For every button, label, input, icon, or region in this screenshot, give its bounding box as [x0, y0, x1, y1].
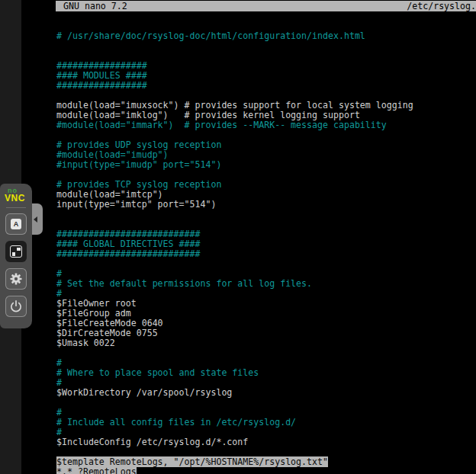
control-bar-handle[interactable]	[32, 203, 43, 235]
editor-line	[56, 210, 476, 219]
novnc-logo: no VNC	[5, 187, 27, 203]
editor-line: # /usr/share/doc/rsyslog-doc/html/config…	[56, 31, 476, 41]
fullscreen-icon	[10, 245, 22, 258]
fullscreen-button[interactable]	[5, 241, 27, 262]
panel-divider	[6, 207, 26, 208]
editor-line: $DirCreateMode 0755	[56, 328, 476, 338]
editor-line	[56, 398, 476, 408]
editor-line: # Include all config files in /etc/rsysl…	[56, 418, 476, 428]
editor-line: #################	[56, 81, 476, 91]
editor-line: ###########################	[56, 249, 476, 259]
editor-line: $IncludeConfig /etc/rsyslog.d/*.conf	[56, 437, 476, 447]
power-button[interactable]	[5, 296, 27, 317]
nano-file-path: /etc/rsyslog.	[407, 1, 476, 11]
chevron-left-icon	[34, 216, 37, 223]
editor-line	[56, 348, 476, 358]
editor-lines: # /usr/share/doc/rsyslog-doc/html/config…	[56, 31, 476, 474]
novnc-control-bar: no VNC A	[0, 184, 32, 328]
settings-button[interactable]	[5, 268, 27, 290]
nano-app-title: GNU nano 7.2	[56, 1, 127, 11]
nano-editor[interactable]: # /usr/share/doc/rsyslog-doc/html/config…	[56, 11, 476, 474]
editor-line	[56, 41, 476, 51]
gear-icon	[8, 271, 24, 287]
keyboard-button[interactable]: A	[5, 213, 27, 235]
editor-line: # Set the default permissions for all lo…	[56, 279, 476, 289]
nano-titlebar: GNU nano 7.2 /etc/rsyslog.	[56, 1, 476, 11]
keyboard-key-icon: A	[11, 219, 21, 229]
editor-line: # Where to place spool and state files	[56, 368, 476, 378]
editor-line: input(type="imtcp" port="514")	[56, 200, 476, 210]
editor-line: #input(type="imudp" port="514")	[56, 160, 476, 170]
editor-line: *.* ?RemoteLogs	[56, 467, 476, 474]
editor-line: $Umask 0022	[56, 338, 476, 348]
editor-line: $WorkDirectory /var/spool/rsyslog	[56, 388, 476, 398]
editor-line	[56, 259, 476, 269]
editor-line: #module(load="immark") # provides --MARK…	[56, 120, 476, 130]
novnc-logo-vnc: VNC	[5, 194, 27, 203]
power-icon	[8, 299, 24, 314]
remote-screen[interactable]: GNU nano 7.2 /etc/rsyslog. # /usr/share/…	[21, 0, 476, 474]
